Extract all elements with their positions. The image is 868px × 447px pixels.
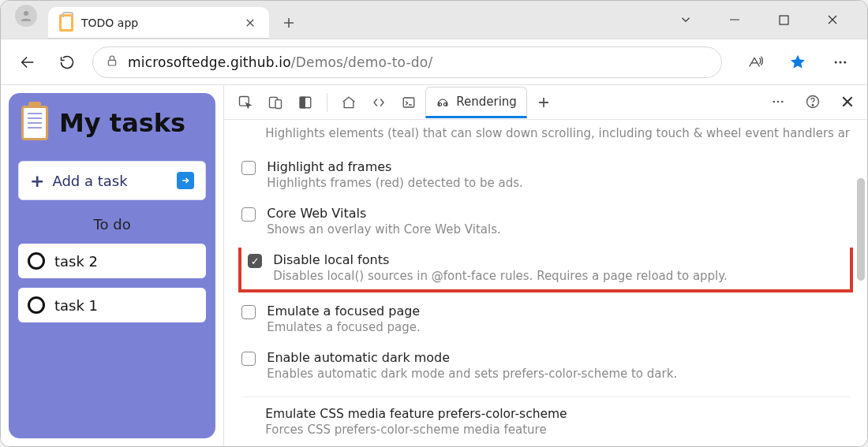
close-devtools-button[interactable] [834, 88, 861, 115]
scrollbar-thumb[interactable] [857, 178, 865, 281]
svg-rect-10 [108, 60, 115, 65]
svg-point-4 [24, 11, 28, 16]
devtools-panel: Rendering Highl [223, 85, 867, 446]
window-controls [672, 1, 867, 39]
favorite-star-icon[interactable] [784, 48, 812, 76]
option-title: Core Web Vitals [267, 206, 500, 221]
task-name: task 2 [54, 253, 98, 270]
option-checkbox[interactable] [241, 161, 256, 175]
console-tab-icon[interactable] [395, 89, 422, 116]
refresh-button[interactable] [53, 48, 81, 76]
option-checkbox[interactable] [241, 352, 256, 366]
device-toggle-icon[interactable] [262, 89, 289, 116]
maximize-button[interactable] [769, 6, 798, 34]
rendering-option: Enable automatic dark modeEnables automa… [241, 342, 850, 389]
checkbox-ring-icon[interactable] [28, 252, 45, 270]
demo-app-pane: My tasks + Add a task To do task 2task 1 [1, 85, 223, 446]
rendering-option: Emulate a focused pageEmulates a focused… [241, 296, 850, 342]
profile-avatar[interactable] [15, 5, 37, 27]
svg-point-13 [840, 61, 842, 63]
option-title: Emulate a focused page [267, 304, 420, 318]
section-title: Emulate CSS media feature prefers-color-… [265, 407, 850, 421]
rendering-tab-label: Rendering [456, 95, 517, 109]
add-task-button[interactable]: + Add a task [18, 161, 206, 200]
option-desc: Shows an overlay with Core Web Vitals. [267, 222, 500, 237]
address-bar[interactable]: microsoftedge.github.io/Demos/demo-to-do… [92, 47, 722, 78]
toolbar-right [741, 48, 855, 76]
option-title: Disable local fonts [273, 252, 728, 267]
content-area: My tasks + Add a task To do task 2task 1 [1, 84, 867, 446]
option-checkbox[interactable]: ✓ [248, 254, 262, 268]
rendering-option: Core Web VitalsShows an overlay with Cor… [241, 198, 850, 244]
devtools-more-icon[interactable] [765, 88, 791, 115]
task-item[interactable]: task 1 [18, 288, 206, 322]
clipboard-icon [59, 14, 73, 32]
rendering-option: ✓Disable local fontsDisables local() sou… [238, 248, 853, 292]
svg-point-14 [844, 61, 846, 63]
dock-side-icon[interactable] [292, 89, 319, 116]
browser-tab[interactable]: TODO app [48, 7, 269, 39]
devtools-tabstrip: Rendering [224, 85, 867, 120]
svg-point-27 [773, 101, 775, 103]
new-tab-button[interactable] [274, 8, 304, 38]
task-item[interactable]: task 2 [18, 244, 206, 278]
svg-point-28 [777, 101, 780, 103]
read-aloud-icon[interactable] [741, 48, 769, 76]
option-desc: Highlights frames (red) detected to be a… [267, 176, 523, 190]
svg-rect-18 [275, 99, 282, 108]
app-title: My tasks [59, 108, 185, 138]
option-desc: Emulates a focused page. [267, 320, 420, 334]
elements-tab-icon[interactable] [365, 89, 392, 116]
task-list: task 2task 1 [18, 244, 206, 322]
more-tabs-button[interactable] [530, 89, 557, 116]
option-title: Enable automatic dark mode [267, 350, 677, 365]
inspect-element-icon[interactable] [232, 89, 259, 116]
minimize-button[interactable] [720, 6, 749, 34]
help-icon[interactable] [799, 88, 826, 115]
browser-toolbar: microsoftedge.github.io/Demos/demo-to-do… [1, 39, 867, 84]
section-desc: Forces CSS prefers-color-scheme media fe… [265, 423, 850, 437]
more-menu-button[interactable] [826, 48, 855, 76]
svg-rect-24 [444, 102, 448, 106]
svg-point-31 [812, 104, 814, 106]
svg-rect-23 [438, 102, 442, 106]
lock-icon [106, 54, 118, 71]
option-desc-truncated: Highlights elements (teal) that can slow… [265, 126, 850, 140]
option-checkbox[interactable] [241, 305, 256, 319]
app-card: My tasks + Add a task To do task 2task 1 [9, 93, 215, 438]
checkbox-ring-icon[interactable] [28, 296, 45, 314]
option-title: Highlight ad frames [267, 159, 523, 174]
chevron-down-icon[interactable] [672, 6, 700, 34]
scrollbar[interactable] [854, 131, 865, 435]
section-label: To do [18, 216, 206, 233]
rendering-options: Highlights elements (teal) that can slow… [224, 120, 867, 446]
add-task-label: Add a task [52, 173, 127, 189]
url-path: /Demos/demo-to-do/ [291, 54, 433, 70]
option-desc: Disables local() sources in @font-face r… [273, 269, 728, 283]
arrow-right-icon [177, 172, 194, 189]
option-checkbox[interactable] [241, 207, 256, 222]
back-button[interactable] [13, 48, 42, 76]
clipboard-icon [21, 106, 48, 140]
svg-point-12 [835, 61, 837, 63]
emulate-media-section: Emulate CSS media feature prefers-color-… [241, 397, 850, 437]
svg-rect-21 [404, 98, 415, 107]
svg-point-29 [781, 101, 784, 103]
close-tab-button[interactable] [242, 13, 258, 34]
browser-window: TODO app microsoftedge.github.io/Demos/d… [0, 0, 868, 447]
option-desc: Enables automatic dark mode and sets pre… [267, 367, 677, 381]
close-window-button[interactable] [818, 6, 847, 34]
rendering-option: Highlight ad framesHighlights frames (re… [241, 151, 850, 198]
svg-rect-20 [301, 97, 305, 108]
url-text: microsoftedge.github.io/Demos/demo-to-do… [128, 54, 432, 70]
tab-title: TODO app [81, 17, 234, 29]
rendering-tab[interactable]: Rendering [425, 87, 527, 118]
task-name: task 1 [54, 297, 98, 314]
svg-rect-1 [780, 16, 788, 24]
plus-icon: + [30, 171, 44, 191]
welcome-tab-icon[interactable] [335, 89, 362, 116]
url-host: microsoftedge.github.io [128, 54, 291, 70]
